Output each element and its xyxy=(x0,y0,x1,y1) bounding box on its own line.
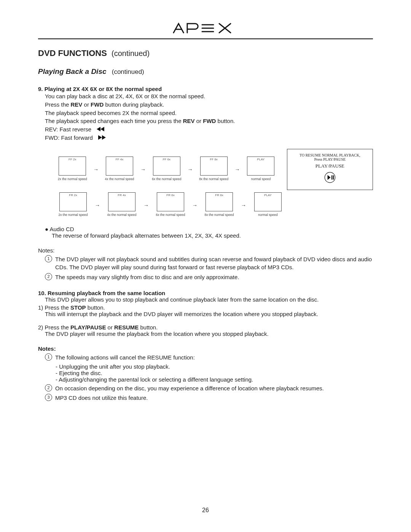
section-header: DVD FUNCTIONS (continued) xyxy=(38,48,373,58)
t: button during playback. xyxy=(104,101,164,108)
svg-marker-5 xyxy=(327,175,330,180)
section-title: DVD FUNCTIONS xyxy=(38,48,107,58)
notes2-n1b: - Ejecting the disc. xyxy=(56,370,373,376)
fr-cap-3: 8x the normal speed xyxy=(201,213,237,218)
notes2-n1: 1 The following actions will cancel the … xyxy=(45,353,373,362)
ff-cap-0: 2x the normal speed xyxy=(55,177,90,182)
apex-logo-icon xyxy=(171,21,240,35)
fr-row: FR 2x2x the normal speed → FR 4x4x the n… xyxy=(53,192,373,218)
subsection-title: Playing Back a Disc xyxy=(38,67,107,75)
ff-box-0: FF 2x xyxy=(59,157,86,176)
circled-2-icon: 2 xyxy=(45,273,52,280)
rev-label: REV: Fast reverse xyxy=(45,125,91,134)
notes1-n2: 2 The speeds may vary slightly from disc… xyxy=(45,273,373,281)
fr-cap-2: 6x the normal speed xyxy=(152,213,189,218)
playpause-bold: PLAY/PAUSE xyxy=(70,324,106,331)
resume-line3: PLAY/PAUSE xyxy=(290,163,370,169)
circled-2-icon: 2 xyxy=(45,384,52,391)
fr-box-3: FR 8x xyxy=(206,192,233,211)
notes2-n3-text: MP3 CD does not utilize this feature. xyxy=(55,394,373,402)
sec10-step1-body: This will interrupt the playback and the… xyxy=(45,311,373,317)
t: button. xyxy=(139,324,158,331)
audio-cd-title: Audio CD xyxy=(45,226,373,232)
arrow-right-icon: → xyxy=(186,166,194,173)
notes1-n1: 1 The DVD player will not playback sound… xyxy=(45,255,373,272)
sec9-l5: REV: Fast reverse xyxy=(45,125,373,134)
arrow-right-icon: → xyxy=(142,202,151,208)
ff-box-3: FF 8x xyxy=(200,157,228,176)
ff-cap-1: 4x the normal speed xyxy=(102,177,137,182)
fast-forward-icon xyxy=(98,134,107,142)
header-rule xyxy=(38,38,373,39)
t: or xyxy=(195,118,203,124)
sec10-heading: 10. Resuming playback from the same loca… xyxy=(38,290,373,296)
svg-marker-0 xyxy=(97,127,100,131)
speed-diagram: FF 2x2x the normal speed → FF 4x4x the n… xyxy=(53,149,373,218)
stop-bold: STOP xyxy=(70,304,86,311)
sec9-l4: The playback speed changes each time you… xyxy=(45,117,373,125)
resume-line2: Press PLAY/PAUSE xyxy=(290,157,370,161)
t: 1) Press the xyxy=(38,304,70,311)
t: 2) Press the xyxy=(38,324,70,331)
ff-cap-2: 6x the normal speed xyxy=(149,177,185,182)
ff-box-2: FF 6x xyxy=(153,157,180,176)
svg-rect-7 xyxy=(333,175,334,179)
manual-page: DVD FUNCTIONS (continued) Playing Back a… xyxy=(0,0,411,532)
svg-marker-3 xyxy=(102,135,106,140)
arrow-right-icon: → xyxy=(92,166,100,173)
page-number: 26 xyxy=(0,507,411,514)
sec9-l1: You can play back a disc at 2X, 4X, 6X o… xyxy=(45,92,373,101)
sec9-l6: FWD: Fast forward xyxy=(45,134,373,142)
t: button. xyxy=(86,304,105,311)
subsection-continued: (continued) xyxy=(112,68,144,75)
ff-row: FF 2x2x the normal speed → FF 4x4x the n… xyxy=(53,149,373,190)
t: button. xyxy=(216,118,235,124)
notes2-n2-text: On occasion depending on the disc, you m… xyxy=(55,384,373,393)
fwd-bold: FWD xyxy=(91,101,104,108)
resume-line1: TO RESUME NORMAL PLAYBACK, xyxy=(290,153,370,157)
circled-3-icon: 3 xyxy=(45,394,52,401)
svg-rect-6 xyxy=(331,175,332,179)
notes-bold: Notes: xyxy=(38,345,56,352)
fwd-bold: FWD xyxy=(203,118,216,124)
sec10-step2: 2) Press the PLAY/PAUSE or RESUME button… xyxy=(38,324,373,331)
notes2-label: Notes: xyxy=(38,345,373,352)
rev-bold: REV xyxy=(183,118,195,124)
notes1-n1-text: The DVD player will not playback sound a… xyxy=(55,255,373,272)
notes2-n3: 3 MP3 CD does not utilize this feature. xyxy=(45,394,373,402)
fr-box-4: PLAY xyxy=(254,192,282,211)
notes1-label: Notes: xyxy=(38,247,373,254)
t: or xyxy=(82,101,91,108)
arrow-right-icon: → xyxy=(190,202,199,208)
sec9-l2: Press the REV or FWD button during playb… xyxy=(45,101,373,109)
t: Press the xyxy=(45,101,71,108)
notes2-n1a: - Unplugging the unit after you stop pla… xyxy=(56,363,373,370)
arrow-right-icon: → xyxy=(233,166,242,173)
sec10-intro: This DVD player allows you to stop playb… xyxy=(45,296,373,303)
arrow-right-icon: → xyxy=(239,202,248,208)
sec9-l3: The playback speed becomes 2X the normal… xyxy=(45,109,373,117)
notes1-n2-text: The speeds may vary slightly from disc t… xyxy=(55,273,373,281)
ff-box-4: PLAY xyxy=(247,157,274,176)
fr-box-0: FR 2x xyxy=(59,192,87,211)
ff-cap-4: normal speed xyxy=(243,177,279,182)
fr-cap-0: 2x the normal speed xyxy=(55,213,91,218)
sec9-heading: 9. Playing at 2X 4X 6X or 8X the normal … xyxy=(38,86,373,92)
fwd-label: FWD: Fast forward xyxy=(45,134,93,142)
resume-bold: RESUME xyxy=(114,324,139,331)
circled-1-icon: 1 xyxy=(45,353,52,361)
fast-reverse-icon xyxy=(97,125,105,134)
section-continued: (continued) xyxy=(112,49,150,58)
play-pause-icon xyxy=(290,171,370,184)
notes2-n1c: - Adjusting/changing the parental lock o… xyxy=(56,376,373,383)
arrow-right-icon: → xyxy=(139,166,147,173)
ff-cap-3: 8x the normal speed xyxy=(196,177,231,182)
t: or xyxy=(106,324,114,331)
sec10-step1: 1) Press the STOP button. xyxy=(38,304,373,311)
resume-box: TO RESUME NORMAL PLAYBACK, Press PLAY/PA… xyxy=(287,149,373,190)
arrow-right-icon: → xyxy=(93,202,102,208)
circled-1-icon: 1 xyxy=(45,255,52,262)
fr-box-1: FR 4x xyxy=(108,192,135,211)
audio-cd-body: The reverse of forward playback alternat… xyxy=(52,232,373,239)
subsection-header: Playing Back a Disc (continued) xyxy=(38,67,373,76)
